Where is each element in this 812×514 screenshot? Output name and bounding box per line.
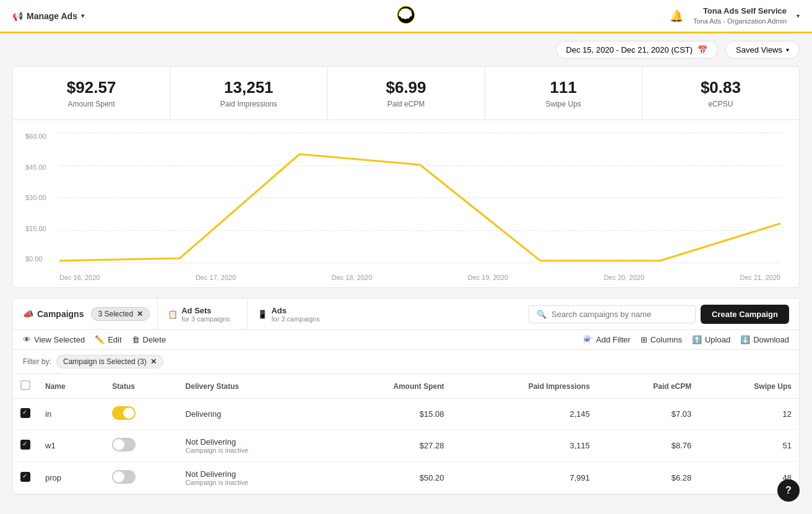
selected-badge[interactable]: 3 Selected ✕ (91, 307, 150, 321)
account-info: Tona Ads Self Service Tona Ads - Organiz… (693, 6, 787, 25)
delivery-sub-2: Campaign is inactive (186, 479, 319, 486)
table-row: prop Not Delivering Campaign is inactive… (13, 462, 799, 494)
bell-icon[interactable]: 🔔 (670, 9, 683, 23)
search-box[interactable]: 🔍 (529, 305, 696, 323)
row-amount-1: $27.28 (326, 430, 451, 462)
date-bar: Dec 15, 2020 - Dec 21, 2020 (CST) 📅 Save… (0, 33, 812, 66)
ads-icon: 📱 (257, 310, 267, 319)
amount-spent-value: $92.57 (25, 78, 157, 97)
row-delivery-2: Not Delivering Campaign is inactive (178, 462, 327, 494)
row-name-2: prop (38, 462, 105, 494)
chart-area: $60.00 $45.00 $30.00 $15.00 $0.00 Dec 16… (25, 133, 787, 281)
filter-bar: Filter by: Campaign is Selected (3) ✕ (12, 350, 800, 374)
create-campaign-button[interactable]: Create Campaign (701, 305, 789, 324)
row-impressions-1: 3,115 (452, 430, 598, 462)
row-status-1[interactable] (105, 430, 178, 462)
clear-selection-icon[interactable]: ✕ (137, 310, 143, 318)
account-name: Tona Ads Self Service (693, 6, 787, 17)
snapchat-logo (396, 5, 416, 27)
stats-row: $92.57 Amount Spent 13,251 Paid Impressi… (12, 66, 800, 120)
saved-views-label: Saved Views (736, 45, 782, 54)
view-selected-label: View Selected (34, 335, 85, 344)
chart-container: $60.00 $45.00 $30.00 $15.00 $0.00 Dec 16… (12, 120, 800, 288)
filter-tag[interactable]: Campaign is Selected (3) ✕ (56, 355, 163, 368)
table-row: w1 Not Delivering Campaign is inactive $… (13, 430, 799, 462)
select-all-header[interactable] (13, 374, 38, 399)
paid-ecpm-label: Paid eCPM (340, 100, 472, 108)
x-label-dec18: Dec 18, 2020 (332, 274, 372, 281)
x-label-dec17: Dec 17, 2020 (196, 274, 236, 281)
row-checkbox-cell-0[interactable] (13, 399, 38, 430)
ads-tab[interactable]: 📱 Ads for 3 campaigns (247, 298, 329, 330)
calendar-icon: 📅 (698, 45, 707, 54)
row-ecpm-1: $8.76 (597, 430, 699, 462)
columns-label: Columns (650, 335, 682, 344)
ads-sub: for 3 campaigns (271, 315, 319, 323)
remove-filter-icon[interactable]: ✕ (150, 357, 157, 366)
row-amount-0: $15.08 (326, 399, 451, 430)
x-label-dec19: Dec 19, 2020 (468, 274, 508, 281)
select-all-checkbox[interactable] (20, 380, 30, 390)
delete-button[interactable]: 🗑 Delete (132, 335, 166, 344)
row-checkbox-cell-2[interactable] (13, 462, 38, 494)
view-selected-button[interactable]: 👁 View Selected (23, 335, 85, 344)
swipe-ups-header: Swipe Ups (699, 374, 799, 399)
add-filter-button[interactable]: ⚗️ Add Filter (583, 335, 631, 344)
upload-button[interactable]: ⬆️ Upload (692, 335, 730, 344)
filter-icon: ⚗️ (583, 335, 593, 344)
row-delivery-0: Delivering (178, 399, 327, 430)
date-picker-button[interactable]: Dec 15, 2020 - Dec 21, 2020 (CST) 📅 (556, 41, 719, 59)
swipe-ups-value: 111 (498, 78, 629, 97)
row-checkbox-0[interactable] (20, 408, 30, 418)
row-checkbox-1[interactable] (20, 440, 30, 450)
y-label-30: $30.00 (25, 194, 56, 201)
edit-button[interactable]: ✏️ Edit (95, 335, 121, 344)
account-chevron-icon[interactable]: ▾ (797, 12, 800, 19)
y-label-45: $45.00 (25, 163, 56, 171)
paid-impressions-header: Paid Impressions (452, 374, 598, 399)
selected-count: 3 Selected (98, 310, 133, 318)
ecpsu-label: eCPSU (655, 100, 787, 108)
row-checkbox-2[interactable] (20, 472, 30, 482)
chart-inner (59, 133, 780, 263)
toggle-knob-0 (123, 407, 134, 419)
row-impressions-2: 7,991 (452, 462, 598, 494)
row-status-0[interactable] (105, 399, 178, 430)
search-input[interactable] (551, 310, 688, 319)
chart-x-labels: Dec 16, 2020 Dec 17, 2020 Dec 18, 2020 D… (59, 274, 780, 281)
upload-label: Upload (705, 335, 730, 344)
status-toggle-1[interactable] (112, 438, 136, 451)
chevron-down-icon: ▾ (81, 12, 84, 19)
table-header-row: Name Status Delivery Status Amount Spent… (13, 374, 799, 399)
y-label-60: $60.00 (25, 133, 56, 140)
ads-info: Ads for 3 campaigns (271, 306, 319, 323)
amount-spent-label: Amount Spent (25, 100, 157, 108)
actions-right: ⚗️ Add Filter ⊞ Columns ⬆️ Upload ⬇️ Dow… (583, 335, 789, 344)
row-checkbox-cell-1[interactable] (13, 430, 38, 462)
download-button[interactable]: ⬇️ Download (740, 335, 789, 344)
row-ecpm-2: $6.28 (597, 462, 699, 494)
delivery-main-1: Not Delivering (186, 437, 319, 446)
paid-ecpm-value: $6.99 (340, 78, 472, 97)
row-status-2[interactable] (105, 462, 178, 494)
stat-swipe-ups: 111 Swipe Ups (485, 67, 642, 120)
edit-label: Edit (108, 335, 121, 344)
toolbar-left: 📣 Campaigns 3 Selected ✕ 📋 Ad Sets for 3… (23, 298, 529, 330)
account-role: Tona Ads - Organization Admin (693, 17, 787, 25)
row-swipeups-0: 12 (699, 399, 799, 430)
ad-sets-tab[interactable]: 📋 Ad Sets for 3 campaigns (157, 298, 240, 330)
stat-ecpsu: $0.83 eCPSU (642, 67, 799, 120)
saved-views-button[interactable]: Saved Views ▾ (725, 41, 800, 59)
pencil-icon: ✏️ (95, 335, 105, 344)
stat-paid-impressions: 13,251 Paid Impressions (170, 67, 327, 120)
row-swipeups-1: 51 (699, 430, 799, 462)
delete-label: Delete (143, 335, 166, 344)
top-nav: 📢 Manage Ads ▾ 🔔 Tona Ads Self Service T… (0, 0, 812, 33)
columns-button[interactable]: ⊞ Columns (641, 335, 682, 344)
campaigns-section: 📣 Campaigns (23, 309, 84, 319)
delivery-main-2: Not Delivering (186, 469, 319, 479)
manage-ads-menu[interactable]: 📢 Manage Ads ▾ (12, 11, 84, 21)
status-toggle-0[interactable] (112, 406, 136, 420)
chart-y-labels: $60.00 $45.00 $30.00 $15.00 $0.00 (25, 133, 56, 263)
status-toggle-2[interactable] (112, 470, 136, 484)
